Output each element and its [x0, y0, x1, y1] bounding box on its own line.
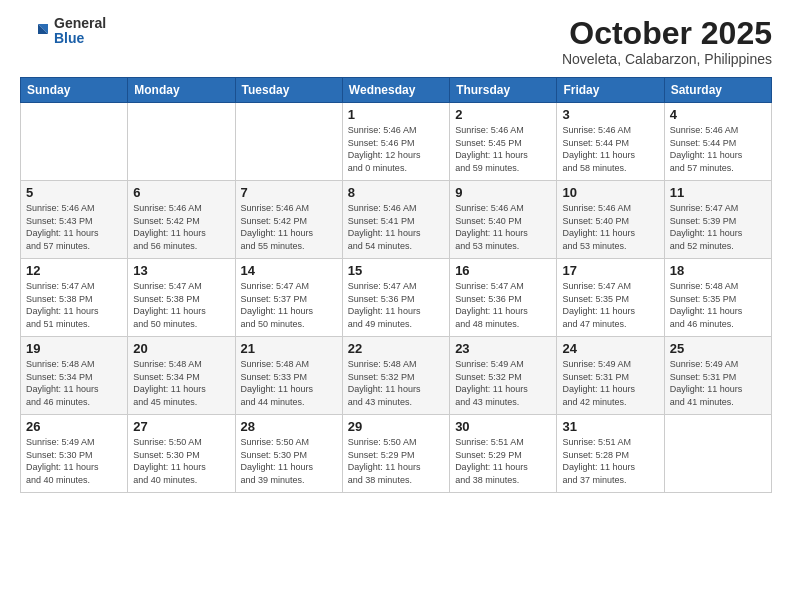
calendar-cell-w5-d6: 31Sunrise: 5:51 AM Sunset: 5:28 PM Dayli…	[557, 415, 664, 493]
day-number: 30	[455, 419, 551, 434]
day-number: 1	[348, 107, 444, 122]
day-number: 6	[133, 185, 229, 200]
day-number: 29	[348, 419, 444, 434]
day-number: 9	[455, 185, 551, 200]
calendar-cell-w2-d1: 5Sunrise: 5:46 AM Sunset: 5:43 PM Daylig…	[21, 181, 128, 259]
day-number: 24	[562, 341, 658, 356]
calendar-cell-w1-d1	[21, 103, 128, 181]
day-number: 8	[348, 185, 444, 200]
day-number: 3	[562, 107, 658, 122]
calendar-table: Sunday Monday Tuesday Wednesday Thursday…	[20, 77, 772, 493]
calendar-cell-w5-d7	[664, 415, 771, 493]
day-number: 20	[133, 341, 229, 356]
calendar-cell-w2-d3: 7Sunrise: 5:46 AM Sunset: 5:42 PM Daylig…	[235, 181, 342, 259]
day-number: 22	[348, 341, 444, 356]
calendar-week-5: 26Sunrise: 5:49 AM Sunset: 5:30 PM Dayli…	[21, 415, 772, 493]
day-info: Sunrise: 5:46 AM Sunset: 5:41 PM Dayligh…	[348, 202, 444, 252]
day-number: 13	[133, 263, 229, 278]
day-info: Sunrise: 5:48 AM Sunset: 5:34 PM Dayligh…	[26, 358, 122, 408]
logo-general: General	[54, 16, 106, 31]
calendar-header-row: Sunday Monday Tuesday Wednesday Thursday…	[21, 78, 772, 103]
day-number: 18	[670, 263, 766, 278]
calendar-cell-w1-d5: 2Sunrise: 5:46 AM Sunset: 5:45 PM Daylig…	[450, 103, 557, 181]
day-info: Sunrise: 5:47 AM Sunset: 5:36 PM Dayligh…	[348, 280, 444, 330]
page-container: General Blue October 2025 Noveleta, Cala…	[0, 0, 792, 612]
calendar-cell-w3-d6: 17Sunrise: 5:47 AM Sunset: 5:35 PM Dayli…	[557, 259, 664, 337]
day-info: Sunrise: 5:47 AM Sunset: 5:39 PM Dayligh…	[670, 202, 766, 252]
day-info: Sunrise: 5:46 AM Sunset: 5:43 PM Dayligh…	[26, 202, 122, 252]
calendar-cell-w3-d3: 14Sunrise: 5:47 AM Sunset: 5:37 PM Dayli…	[235, 259, 342, 337]
day-number: 14	[241, 263, 337, 278]
calendar-cell-w2-d2: 6Sunrise: 5:46 AM Sunset: 5:42 PM Daylig…	[128, 181, 235, 259]
calendar-cell-w5-d2: 27Sunrise: 5:50 AM Sunset: 5:30 PM Dayli…	[128, 415, 235, 493]
day-number: 5	[26, 185, 122, 200]
calendar-cell-w1-d6: 3Sunrise: 5:46 AM Sunset: 5:44 PM Daylig…	[557, 103, 664, 181]
calendar-cell-w5-d4: 29Sunrise: 5:50 AM Sunset: 5:29 PM Dayli…	[342, 415, 449, 493]
day-info: Sunrise: 5:51 AM Sunset: 5:28 PM Dayligh…	[562, 436, 658, 486]
day-number: 26	[26, 419, 122, 434]
day-info: Sunrise: 5:47 AM Sunset: 5:35 PM Dayligh…	[562, 280, 658, 330]
calendar-cell-w1-d2	[128, 103, 235, 181]
calendar-cell-w4-d7: 25Sunrise: 5:49 AM Sunset: 5:31 PM Dayli…	[664, 337, 771, 415]
day-info: Sunrise: 5:50 AM Sunset: 5:30 PM Dayligh…	[133, 436, 229, 486]
day-info: Sunrise: 5:46 AM Sunset: 5:42 PM Dayligh…	[133, 202, 229, 252]
calendar-cell-w3-d1: 12Sunrise: 5:47 AM Sunset: 5:38 PM Dayli…	[21, 259, 128, 337]
col-wednesday: Wednesday	[342, 78, 449, 103]
col-sunday: Sunday	[21, 78, 128, 103]
day-info: Sunrise: 5:47 AM Sunset: 5:37 PM Dayligh…	[241, 280, 337, 330]
calendar-cell-w2-d6: 10Sunrise: 5:46 AM Sunset: 5:40 PM Dayli…	[557, 181, 664, 259]
day-info: Sunrise: 5:48 AM Sunset: 5:33 PM Dayligh…	[241, 358, 337, 408]
month-title: October 2025	[562, 16, 772, 51]
day-number: 10	[562, 185, 658, 200]
calendar-week-2: 5Sunrise: 5:46 AM Sunset: 5:43 PM Daylig…	[21, 181, 772, 259]
col-tuesday: Tuesday	[235, 78, 342, 103]
calendar-cell-w2-d5: 9Sunrise: 5:46 AM Sunset: 5:40 PM Daylig…	[450, 181, 557, 259]
day-info: Sunrise: 5:46 AM Sunset: 5:40 PM Dayligh…	[455, 202, 551, 252]
calendar-cell-w3-d2: 13Sunrise: 5:47 AM Sunset: 5:38 PM Dayli…	[128, 259, 235, 337]
day-number: 23	[455, 341, 551, 356]
day-info: Sunrise: 5:46 AM Sunset: 5:40 PM Dayligh…	[562, 202, 658, 252]
calendar-cell-w1-d4: 1Sunrise: 5:46 AM Sunset: 5:46 PM Daylig…	[342, 103, 449, 181]
col-saturday: Saturday	[664, 78, 771, 103]
calendar-cell-w2-d7: 11Sunrise: 5:47 AM Sunset: 5:39 PM Dayli…	[664, 181, 771, 259]
calendar-cell-w5-d3: 28Sunrise: 5:50 AM Sunset: 5:30 PM Dayli…	[235, 415, 342, 493]
calendar-cell-w4-d4: 22Sunrise: 5:48 AM Sunset: 5:32 PM Dayli…	[342, 337, 449, 415]
day-info: Sunrise: 5:47 AM Sunset: 5:38 PM Dayligh…	[133, 280, 229, 330]
col-thursday: Thursday	[450, 78, 557, 103]
logo-icon	[20, 16, 50, 46]
day-number: 4	[670, 107, 766, 122]
calendar-cell-w2-d4: 8Sunrise: 5:46 AM Sunset: 5:41 PM Daylig…	[342, 181, 449, 259]
col-monday: Monday	[128, 78, 235, 103]
day-number: 19	[26, 341, 122, 356]
col-friday: Friday	[557, 78, 664, 103]
day-info: Sunrise: 5:47 AM Sunset: 5:38 PM Dayligh…	[26, 280, 122, 330]
day-number: 16	[455, 263, 551, 278]
calendar-week-4: 19Sunrise: 5:48 AM Sunset: 5:34 PM Dayli…	[21, 337, 772, 415]
calendar-cell-w3-d7: 18Sunrise: 5:48 AM Sunset: 5:35 PM Dayli…	[664, 259, 771, 337]
day-number: 11	[670, 185, 766, 200]
day-info: Sunrise: 5:49 AM Sunset: 5:32 PM Dayligh…	[455, 358, 551, 408]
day-info: Sunrise: 5:50 AM Sunset: 5:30 PM Dayligh…	[241, 436, 337, 486]
day-info: Sunrise: 5:48 AM Sunset: 5:35 PM Dayligh…	[670, 280, 766, 330]
day-info: Sunrise: 5:50 AM Sunset: 5:29 PM Dayligh…	[348, 436, 444, 486]
day-info: Sunrise: 5:49 AM Sunset: 5:31 PM Dayligh…	[670, 358, 766, 408]
day-info: Sunrise: 5:46 AM Sunset: 5:45 PM Dayligh…	[455, 124, 551, 174]
day-info: Sunrise: 5:49 AM Sunset: 5:30 PM Dayligh…	[26, 436, 122, 486]
calendar-cell-w4-d2: 20Sunrise: 5:48 AM Sunset: 5:34 PM Dayli…	[128, 337, 235, 415]
day-info: Sunrise: 5:46 AM Sunset: 5:46 PM Dayligh…	[348, 124, 444, 174]
calendar-cell-w4-d5: 23Sunrise: 5:49 AM Sunset: 5:32 PM Dayli…	[450, 337, 557, 415]
day-info: Sunrise: 5:49 AM Sunset: 5:31 PM Dayligh…	[562, 358, 658, 408]
logo: General Blue	[20, 16, 106, 47]
calendar-cell-w4-d3: 21Sunrise: 5:48 AM Sunset: 5:33 PM Dayli…	[235, 337, 342, 415]
day-number: 28	[241, 419, 337, 434]
day-info: Sunrise: 5:48 AM Sunset: 5:32 PM Dayligh…	[348, 358, 444, 408]
day-info: Sunrise: 5:51 AM Sunset: 5:29 PM Dayligh…	[455, 436, 551, 486]
calendar-cell-w4-d1: 19Sunrise: 5:48 AM Sunset: 5:34 PM Dayli…	[21, 337, 128, 415]
day-info: Sunrise: 5:46 AM Sunset: 5:42 PM Dayligh…	[241, 202, 337, 252]
calendar-week-1: 1Sunrise: 5:46 AM Sunset: 5:46 PM Daylig…	[21, 103, 772, 181]
logo-blue: Blue	[54, 31, 106, 46]
day-info: Sunrise: 5:47 AM Sunset: 5:36 PM Dayligh…	[455, 280, 551, 330]
day-number: 7	[241, 185, 337, 200]
calendar-cell-w1-d3	[235, 103, 342, 181]
day-info: Sunrise: 5:46 AM Sunset: 5:44 PM Dayligh…	[670, 124, 766, 174]
